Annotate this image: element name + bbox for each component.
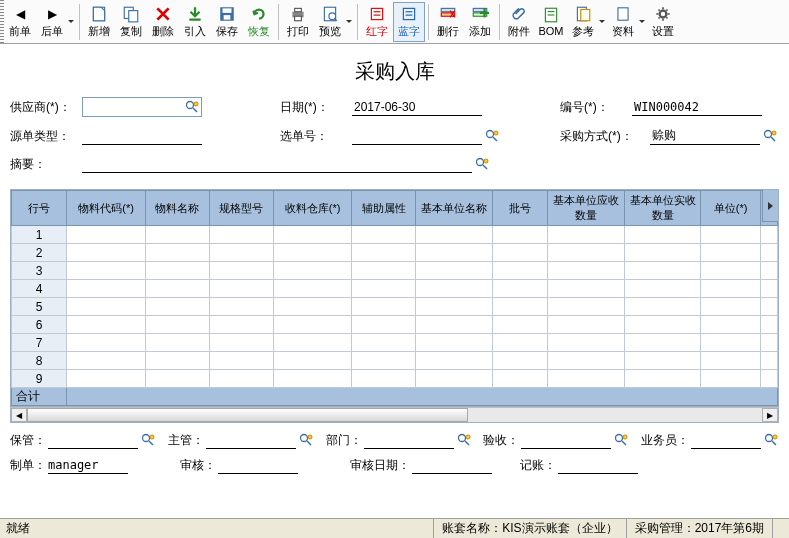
cell[interactable] — [209, 262, 273, 280]
cell[interactable] — [67, 370, 146, 388]
cell[interactable] — [624, 352, 701, 370]
cell[interactable] — [352, 226, 416, 244]
supervisor-input[interactable] — [206, 431, 296, 449]
cell[interactable] — [701, 352, 761, 370]
cell[interactable] — [67, 316, 146, 334]
supplier-input[interactable] — [85, 100, 183, 114]
cell[interactable] — [209, 226, 273, 244]
cell[interactable] — [492, 280, 547, 298]
col-actual-qty[interactable]: 基本单位实收数量 — [624, 191, 701, 226]
cell[interactable] — [760, 298, 777, 316]
col-unit-name[interactable]: 基本单位名称 — [416, 191, 493, 226]
cell[interactable] — [146, 262, 210, 280]
cell[interactable] — [273, 370, 352, 388]
new-button[interactable]: 新增 — [83, 2, 115, 42]
cell[interactable] — [492, 334, 547, 352]
cell[interactable] — [624, 298, 701, 316]
cell[interactable] — [209, 316, 273, 334]
grid-scroll-right-button[interactable] — [762, 190, 778, 222]
cell[interactable] — [352, 262, 416, 280]
cell[interactable] — [416, 226, 493, 244]
cell[interactable] — [624, 316, 701, 334]
cell[interactable] — [146, 316, 210, 334]
keeper-lookup-button[interactable] — [140, 432, 156, 448]
restore-button[interactable]: 恢复 — [243, 2, 275, 42]
cell[interactable] — [416, 370, 493, 388]
col-material-name[interactable]: 物料名称 — [146, 191, 210, 226]
cell[interactable] — [273, 244, 352, 262]
date-input[interactable] — [352, 98, 482, 116]
cell[interactable] — [416, 352, 493, 370]
cell[interactable] — [548, 298, 625, 316]
cell[interactable] — [624, 280, 701, 298]
cell[interactable] — [548, 334, 625, 352]
cell[interactable] — [67, 298, 146, 316]
cell[interactable] — [492, 316, 547, 334]
col-due-qty[interactable]: 基本单位应收数量 — [548, 191, 625, 226]
clerk-lookup-button[interactable] — [763, 432, 779, 448]
scroll-thumb[interactable] — [27, 408, 468, 422]
cell[interactable] — [701, 298, 761, 316]
clerk-input[interactable] — [691, 431, 761, 449]
cell[interactable] — [352, 370, 416, 388]
cell[interactable] — [352, 316, 416, 334]
scroll-left-button[interactable]: ◀ — [11, 408, 27, 422]
cell[interactable] — [146, 226, 210, 244]
cell[interactable] — [209, 334, 273, 352]
selorder-lookup-button[interactable] — [484, 128, 500, 144]
cell[interactable] — [273, 316, 352, 334]
delete-row-button[interactable]: 删行 — [432, 2, 464, 42]
cell[interactable] — [492, 370, 547, 388]
cell[interactable] — [548, 352, 625, 370]
cell[interactable] — [67, 262, 146, 280]
cell[interactable] — [492, 244, 547, 262]
material-button[interactable]: 资料 — [607, 2, 639, 42]
dept-input[interactable] — [364, 431, 454, 449]
supplier-lookup-button[interactable] — [185, 99, 199, 115]
cell[interactable] — [67, 334, 146, 352]
cell[interactable] — [624, 244, 701, 262]
cell[interactable] — [760, 352, 777, 370]
cell[interactable] — [146, 370, 210, 388]
code-input[interactable] — [632, 98, 762, 116]
table-row[interactable]: 1 — [12, 226, 778, 244]
cell[interactable] — [760, 280, 777, 298]
cell[interactable] — [492, 352, 547, 370]
cell[interactable] — [760, 334, 777, 352]
reference-button[interactable]: 参考 — [567, 2, 599, 42]
cell[interactable] — [352, 298, 416, 316]
cell[interactable] — [548, 280, 625, 298]
ref-dropdown[interactable] — [599, 20, 607, 23]
cell[interactable] — [209, 370, 273, 388]
cell[interactable] — [760, 316, 777, 334]
cell[interactable] — [67, 352, 146, 370]
col-unit[interactable]: 单位(*) — [701, 191, 761, 226]
add-row-button[interactable]: 添加 — [464, 2, 496, 42]
cell[interactable] — [209, 280, 273, 298]
cell[interactable] — [701, 280, 761, 298]
supervisor-lookup-button[interactable] — [298, 432, 314, 448]
table-row[interactable]: 6 — [12, 316, 778, 334]
cell[interactable] — [624, 334, 701, 352]
col-material-code[interactable]: 物料代码(*) — [67, 191, 146, 226]
accept-input[interactable] — [521, 431, 611, 449]
col-warehouse[interactable]: 收料仓库(*) — [273, 191, 352, 226]
cell[interactable] — [209, 298, 273, 316]
cell[interactable] — [416, 262, 493, 280]
cell[interactable] — [146, 244, 210, 262]
table-row[interactable]: 9 — [12, 370, 778, 388]
cell[interactable] — [273, 298, 352, 316]
cell[interactable] — [701, 226, 761, 244]
settings-button[interactable]: 设置 — [647, 2, 679, 42]
cell[interactable] — [492, 226, 547, 244]
cell[interactable] — [624, 370, 701, 388]
cell[interactable] — [548, 370, 625, 388]
print-button[interactable]: 打印 — [282, 2, 314, 42]
red-letter-button[interactable]: 红字 — [361, 2, 393, 42]
summary-input[interactable] — [82, 155, 472, 173]
cell[interactable] — [146, 352, 210, 370]
preview-dropdown[interactable] — [346, 20, 354, 23]
attach-button[interactable]: 附件 — [503, 2, 535, 42]
accept-lookup-button[interactable] — [613, 432, 629, 448]
cell[interactable] — [67, 280, 146, 298]
